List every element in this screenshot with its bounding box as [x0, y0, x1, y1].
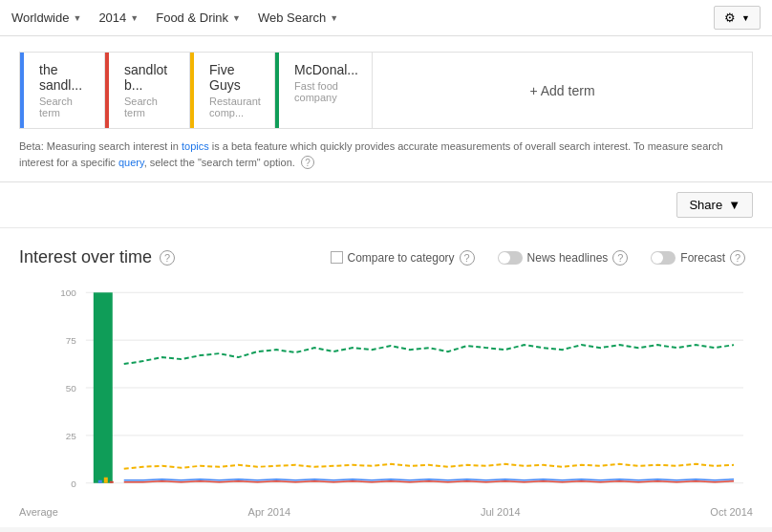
terms-row: the sandl...Search termsandlot b...Searc…	[19, 52, 753, 129]
term-color-bar	[275, 53, 279, 128]
sandl-bar	[98, 480, 102, 483]
x-labels: Average Apr 2014 Jul 2014 Oct 2014	[19, 502, 753, 518]
nav-search-type-arrow: ▼	[330, 13, 338, 23]
term-color-bar	[190, 53, 194, 128]
nav-worldwide-label: Worldwide	[11, 11, 69, 25]
term-name: the sandl...	[33, 62, 91, 93]
term-type: Search term	[33, 96, 91, 118]
sandl-line	[124, 479, 734, 480]
nav-category-arrow: ▼	[232, 13, 241, 23]
term-type: Restaurant comp...	[204, 96, 261, 118]
term-name: Five Guys	[204, 62, 261, 93]
compare-help-icon[interactable]: ?	[460, 250, 475, 266]
term-color-bar	[20, 53, 24, 128]
x-label-jul: Jul 2014	[481, 506, 521, 518]
term-card-term3[interactable]: Five GuysRestaurant comp...	[190, 53, 275, 128]
x-label-oct: Oct 2014	[710, 506, 753, 518]
mcdonalds-bar	[94, 292, 113, 482]
x-label-apr: Apr 2014	[248, 506, 291, 518]
add-term-label: + Add term	[529, 83, 594, 98]
gear-icon: ⚙	[724, 11, 736, 25]
term-type: Search term	[118, 96, 176, 118]
compare-checkbox[interactable]	[331, 251, 343, 264]
nav-year[interactable]: 2014 ▼	[98, 11, 139, 25]
add-term-button[interactable]: + Add term	[373, 53, 752, 128]
chart-container: 100 75 50 25 0	[29, 283, 753, 502]
term-card-term1[interactable]: the sandl...Search term	[20, 53, 105, 128]
sandlot-bar	[110, 481, 114, 483]
chart-svg: 100 75 50 25 0	[29, 283, 753, 502]
svg-text:0: 0	[71, 479, 76, 489]
settings-button[interactable]: ⚙ ▼	[714, 6, 761, 30]
chart-header: Interest over time ? Compare to category…	[19, 247, 753, 267]
term-color-bar	[105, 53, 109, 128]
term-type: Fast food company	[289, 80, 358, 103]
nav-worldwide[interactable]: Worldwide ▼	[11, 11, 81, 25]
forecast-help-icon[interactable]: ?	[730, 250, 745, 266]
nav-worldwide-arrow: ▼	[73, 13, 81, 23]
forecast-label: Forecast	[680, 251, 725, 265]
share-button[interactable]: Share ▼	[676, 192, 753, 218]
fiveguys-bar	[104, 478, 108, 483]
news-label: News headlines	[527, 251, 609, 265]
sandlot-line	[124, 481, 734, 482]
svg-text:75: 75	[66, 335, 77, 346]
svg-text:25: 25	[66, 431, 77, 441]
top-nav: Worldwide ▼ 2014 ▼ Food & Drink ▼ Web Se…	[0, 0, 772, 36]
compare-label: Compare to category	[348, 251, 455, 265]
nav-year-label: 2014	[98, 11, 126, 25]
x-label-average: Average	[19, 506, 58, 518]
nav-category[interactable]: Food & Drink ▼	[156, 11, 241, 25]
settings-arrow: ▼	[741, 13, 750, 23]
term-name: sandlot b...	[118, 62, 176, 93]
term-card-term2[interactable]: sandlot b...Search term	[105, 53, 190, 128]
news-help-icon[interactable]: ?	[612, 250, 628, 266]
forecast-option[interactable]: Forecast ?	[651, 250, 753, 266]
forecast-toggle[interactable]	[651, 251, 676, 265]
compare-to-category-option[interactable]: Compare to category ?	[331, 250, 482, 266]
share-arrow: ▼	[728, 198, 740, 212]
query-link[interactable]: query	[118, 157, 144, 168]
nav-search-type[interactable]: Web Search ▼	[258, 11, 338, 25]
term-card-term4[interactable]: McDonal...Fast food company	[275, 53, 373, 128]
svg-text:50: 50	[66, 383, 77, 394]
search-terms-area: the sandl...Search termsandlot b...Searc…	[0, 36, 772, 182]
chart-help-icon[interactable]: ?	[160, 250, 175, 266]
term-name: McDonal...	[289, 62, 358, 77]
fiveguys-line	[124, 464, 734, 469]
nav-search-type-label: Web Search	[258, 11, 326, 25]
news-headlines-option[interactable]: News headlines ?	[498, 250, 636, 266]
chart-options: Compare to category ? News headlines ? F…	[331, 250, 753, 266]
nav-year-arrow: ▼	[130, 13, 139, 23]
nav-category-label: Food & Drink	[156, 11, 228, 25]
mcdonalds-line	[124, 345, 734, 364]
chart-section: Interest over time ? Compare to category…	[0, 228, 772, 527]
share-label: Share	[689, 198, 722, 212]
beta-note: Beta: Measuring search interest in topic…	[19, 138, 753, 170]
topics-link[interactable]: topics	[182, 140, 209, 152]
beta-help-icon[interactable]: ?	[301, 156, 314, 169]
news-toggle[interactable]	[498, 251, 523, 265]
share-area: Share ▼	[0, 182, 772, 227]
svg-text:100: 100	[60, 287, 76, 298]
chart-title: Interest over time	[19, 247, 152, 267]
